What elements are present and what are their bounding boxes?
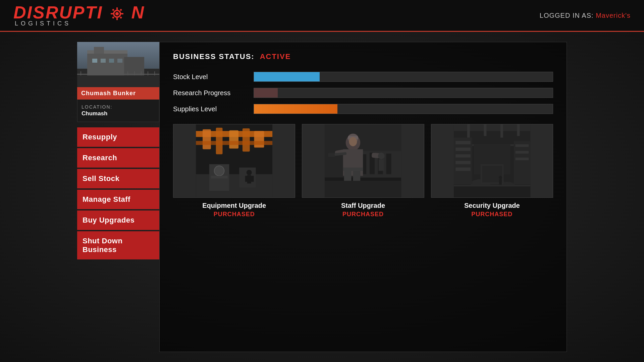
svg-rect-76	[467, 124, 470, 138]
stock-level-label: Stock Level	[173, 73, 247, 81]
main-content: Chumash Bunker LOCATION: Chumash Resuppl…	[0, 32, 644, 362]
svg-rect-95	[515, 144, 529, 147]
svg-rect-26	[107, 71, 108, 75]
svg-rect-29	[127, 71, 128, 75]
business-status-label: BUSINESS STATUS:	[173, 52, 255, 61]
svg-rect-22	[80, 71, 81, 75]
svg-rect-98	[454, 186, 530, 197]
svg-point-45	[214, 166, 224, 176]
location-name: Chumash	[82, 110, 155, 117]
svg-rect-66	[328, 153, 335, 157]
gear-icon	[109, 6, 125, 21]
supplies-level-row: Supplies Level	[173, 104, 553, 114]
svg-rect-46	[211, 176, 228, 179]
location-label: LOCATION:	[82, 104, 155, 110]
bunker-image	[77, 42, 159, 87]
svg-rect-50	[251, 176, 254, 182]
equipment-upgrade-title: Equipment Upgrade	[202, 202, 266, 209]
upgrades-section: Equipment Upgrade PURCHASED	[173, 124, 553, 218]
manage-staff-button[interactable]: Manage Staff	[77, 190, 159, 209]
svg-rect-42	[196, 174, 272, 197]
svg-rect-30	[134, 71, 135, 75]
resupply-button[interactable]: Resupply	[77, 127, 159, 147]
location-info: LOCATION: Chumash	[77, 100, 159, 122]
svg-point-61	[349, 137, 357, 146]
research-progress-fill	[254, 88, 278, 98]
svg-rect-7	[120, 9, 122, 11]
business-status-row: BUSINESS STATUS: ACTIVE	[173, 52, 553, 61]
svg-rect-6	[112, 9, 114, 11]
stock-level-fill	[254, 72, 320, 81]
svg-rect-15	[87, 50, 127, 54]
left-panel: Chumash Bunker LOCATION: Chumash Resuppl…	[77, 42, 159, 352]
svg-rect-31	[141, 71, 142, 75]
svg-point-92	[499, 176, 502, 179]
equipment-upgrade-status: PURCHASED	[214, 211, 255, 218]
research-button[interactable]: Research	[77, 148, 159, 168]
supplies-level-fill	[254, 104, 337, 114]
svg-rect-3	[116, 18, 118, 20]
menu-buttons: Resupply Research Sell Stock Manage Staf…	[77, 127, 159, 259]
header: DISRUPTI N LOGISTICS LOGGED IN AS: Maver…	[0, 0, 644, 32]
svg-rect-78	[500, 124, 503, 138]
equipment-upgrade-card: Equipment Upgrade PURCHASED	[173, 124, 295, 218]
logged-in-label: LOGGED IN AS:	[540, 12, 594, 19]
sell-stock-button[interactable]: Sell Stock	[77, 169, 159, 188]
security-upgrade-title: Security Upgrade	[464, 202, 520, 209]
shut-down-business-button[interactable]: Shut Down Business	[77, 231, 159, 259]
svg-rect-23	[87, 71, 88, 75]
svg-rect-16	[94, 47, 104, 54]
svg-rect-9	[120, 16, 122, 19]
right-panel: BUSINESS STATUS: ACTIVE Stock Level Rese…	[159, 42, 567, 352]
svg-point-47	[247, 170, 252, 175]
svg-rect-79	[517, 124, 520, 136]
security-upgrade-card: Security Upgrade PURCHASED	[431, 124, 553, 218]
svg-rect-72	[325, 181, 401, 197]
svg-rect-19	[109, 59, 114, 63]
svg-rect-20	[117, 59, 122, 63]
svg-rect-2	[116, 7, 118, 10]
svg-rect-88	[455, 161, 471, 164]
svg-rect-96	[515, 151, 529, 154]
svg-rect-5	[121, 13, 123, 14]
svg-point-70	[378, 153, 385, 159]
svg-rect-28	[121, 71, 121, 75]
stock-level-bar	[254, 72, 553, 82]
username: Maverick's	[596, 12, 631, 19]
staff-upgrade-status: PURCHASED	[342, 211, 384, 218]
svg-rect-57	[386, 154, 391, 174]
status-value: ACTIVE	[260, 52, 291, 61]
svg-rect-25	[101, 71, 101, 75]
buy-upgrades-button[interactable]: Buy Upgrades	[77, 210, 159, 230]
equipment-upgrade-image	[173, 124, 295, 198]
svg-rect-87	[455, 154, 471, 158]
bunker-name: Chumash Bunker	[77, 87, 159, 100]
research-progress-row: Research Progress	[173, 88, 553, 98]
svg-rect-38	[229, 130, 238, 149]
research-progress-bar	[254, 88, 553, 98]
stats-section: Stock Level Research Progress Supplies L…	[173, 72, 553, 114]
svg-rect-86	[455, 147, 471, 151]
svg-rect-24	[94, 71, 95, 75]
svg-rect-8	[112, 16, 114, 19]
staff-upgrade-card: Staff Upgrade PURCHASED	[302, 124, 424, 218]
svg-rect-67	[343, 168, 363, 171]
security-upgrade-image	[431, 124, 553, 198]
svg-rect-33	[154, 71, 155, 75]
svg-rect-32	[148, 71, 148, 75]
svg-rect-91	[482, 166, 502, 183]
svg-rect-99	[454, 185, 530, 186]
staff-upgrade-image	[302, 124, 424, 198]
supplies-level-label: Supplies Level	[173, 105, 247, 113]
svg-rect-97	[515, 158, 529, 160]
svg-rect-40	[254, 131, 264, 148]
svg-rect-85	[455, 141, 471, 144]
svg-rect-21	[77, 74, 159, 75]
svg-rect-39	[243, 128, 250, 152]
svg-rect-94	[514, 141, 530, 184]
staff-upgrade-title: Staff Upgrade	[341, 202, 385, 209]
svg-rect-17	[92, 59, 97, 63]
svg-rect-71	[379, 159, 384, 171]
svg-rect-89	[455, 168, 471, 171]
supplies-level-bar	[254, 104, 553, 114]
